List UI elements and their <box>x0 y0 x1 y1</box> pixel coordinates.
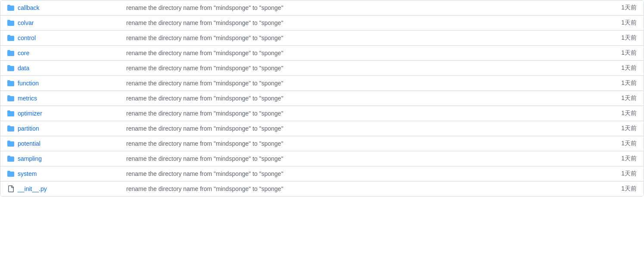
timestamp: 1天前 <box>585 4 637 12</box>
folder-icon <box>7 65 14 72</box>
file-name-col: function <box>7 80 119 87</box>
commit-message: rename the directory name from "mindspon… <box>119 125 585 132</box>
file-icon <box>7 185 14 192</box>
file-name-col: callback <box>7 4 119 11</box>
timestamp: 1天前 <box>585 170 637 178</box>
file-link-__init__.py[interactable]: __init__.py <box>18 185 47 192</box>
file-link-system[interactable]: system <box>18 170 37 177</box>
folder-icon <box>7 170 14 177</box>
table-row: sampling rename the directory name from … <box>0 151 644 166</box>
file-link-potential[interactable]: potential <box>18 140 40 147</box>
file-link-callback[interactable]: callback <box>18 4 40 11</box>
timestamp: 1天前 <box>585 125 637 132</box>
folder-icon <box>7 34 14 41</box>
table-row: core rename the directory name from "min… <box>0 46 644 61</box>
file-link-control[interactable]: control <box>18 34 36 41</box>
file-name-col: data <box>7 65 119 72</box>
timestamp: 1天前 <box>585 94 637 102</box>
file-link-sampling[interactable]: sampling <box>18 155 42 162</box>
table-row: data rename the directory name from "min… <box>0 61 644 76</box>
table-row: optimizer rename the directory name from… <box>0 106 644 121</box>
file-name-col: partition <box>7 125 119 132</box>
folder-icon <box>7 125 14 132</box>
commit-message: rename the directory name from "mindspon… <box>119 80 585 87</box>
timestamp: 1天前 <box>585 49 637 57</box>
timestamp: 1天前 <box>585 79 637 87</box>
commit-message: rename the directory name from "mindspon… <box>119 50 585 56</box>
table-row: __init__.py rename the directory name fr… <box>0 182 644 196</box>
file-name-col: metrics <box>7 95 119 102</box>
table-row: partition rename the directory name from… <box>0 121 644 136</box>
file-list: callback rename the directory name from … <box>0 0 644 197</box>
table-row: callback rename the directory name from … <box>0 0 644 16</box>
folder-icon <box>7 95 14 102</box>
commit-message: rename the directory name from "mindspon… <box>119 34 585 41</box>
timestamp: 1天前 <box>585 19 637 27</box>
folder-icon <box>7 50 14 56</box>
file-name-col: colvar <box>7 19 119 26</box>
file-link-optimizer[interactable]: optimizer <box>18 110 42 117</box>
file-name-col: control <box>7 34 119 41</box>
commit-message: rename the directory name from "mindspon… <box>119 4 585 11</box>
file-name-col: system <box>7 170 119 177</box>
table-row: control rename the directory name from "… <box>0 31 644 46</box>
file-link-partition[interactable]: partition <box>18 125 39 132</box>
commit-message: rename the directory name from "mindspon… <box>119 19 585 26</box>
file-name-col: sampling <box>7 155 119 162</box>
file-link-core[interactable]: core <box>18 50 29 56</box>
commit-message: rename the directory name from "mindspon… <box>119 155 585 162</box>
commit-message: rename the directory name from "mindspon… <box>119 140 585 147</box>
table-row: function rename the directory name from … <box>0 76 644 91</box>
timestamp: 1天前 <box>585 155 637 163</box>
file-link-function[interactable]: function <box>18 80 39 87</box>
commit-message: rename the directory name from "mindspon… <box>119 170 585 177</box>
folder-icon <box>7 110 14 117</box>
folder-icon <box>7 19 14 26</box>
folder-icon <box>7 140 14 147</box>
commit-message: rename the directory name from "mindspon… <box>119 110 585 117</box>
timestamp: 1天前 <box>585 140 637 147</box>
folder-icon <box>7 80 14 87</box>
commit-message: rename the directory name from "mindspon… <box>119 65 585 72</box>
file-link-metrics[interactable]: metrics <box>18 95 37 102</box>
folder-icon <box>7 4 14 11</box>
folder-icon <box>7 155 14 162</box>
file-name-col: optimizer <box>7 110 119 117</box>
table-row: potential rename the directory name from… <box>0 136 644 151</box>
table-row: metrics rename the directory name from "… <box>0 91 644 106</box>
commit-message: rename the directory name from "mindspon… <box>119 95 585 102</box>
timestamp: 1天前 <box>585 34 637 42</box>
table-row: system rename the directory name from "m… <box>0 166 644 182</box>
timestamp: 1天前 <box>585 185 637 193</box>
commit-message: rename the directory name from "mindspon… <box>119 185 585 192</box>
timestamp: 1天前 <box>585 64 637 72</box>
file-link-colvar[interactable]: colvar <box>18 19 34 26</box>
file-name-col: core <box>7 50 119 56</box>
file-name-col: potential <box>7 140 119 147</box>
file-link-data[interactable]: data <box>18 65 29 72</box>
file-name-col: __init__.py <box>7 185 119 192</box>
timestamp: 1天前 <box>585 110 637 117</box>
table-row: colvar rename the directory name from "m… <box>0 16 644 31</box>
